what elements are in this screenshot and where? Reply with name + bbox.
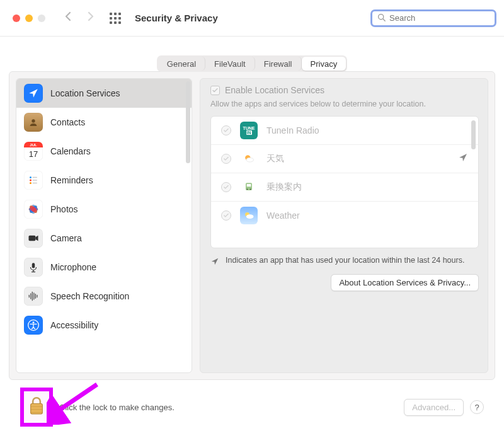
window-titlebar: Security & Privacy — [0, 0, 504, 37]
sidebar-item-label: Microphone — [50, 262, 96, 272]
sidebar-item-contacts[interactable]: Contacts — [16, 108, 192, 137]
app-name: 乗換案内 — [266, 181, 302, 193]
camera-icon — [24, 229, 43, 248]
sidebar-item-speech-recognition[interactable]: Speech Recognition — [16, 282, 192, 311]
forward-button[interactable] — [87, 11, 94, 25]
sidebar-item-microphone[interactable]: Microphone — [16, 253, 192, 282]
app-name: 天気 — [266, 153, 284, 164]
svg-point-28 — [33, 321, 35, 323]
svg-rect-32 — [247, 184, 251, 187]
svg-line-1 — [383, 18, 385, 20]
app-row[interactable]: TUNEIN TuneIn Radio — [211, 117, 478, 145]
svg-rect-17 — [29, 236, 36, 241]
location-icon — [24, 84, 43, 103]
svg-point-30 — [246, 158, 254, 162]
enable-location-checkbox[interactable] — [210, 86, 220, 95]
svg-point-33 — [247, 188, 248, 190]
window-title: Security & Privacy — [135, 13, 218, 23]
yahoo-weather-icon — [240, 150, 258, 168]
indicator-description: Indicates an app that has used your loca… — [210, 256, 479, 268]
svg-rect-8 — [33, 183, 38, 184]
tab-bar: General FileVault Firewall Privacy — [157, 55, 347, 72]
close-button[interactable] — [13, 14, 20, 22]
svg-point-3 — [30, 176, 32, 178]
app-row[interactable]: 乗換案内 — [211, 173, 478, 202]
app-name: Weather — [266, 210, 300, 221]
app-row[interactable]: Weather — [211, 202, 478, 229]
svg-point-2 — [32, 119, 35, 122]
sidebar-item-label: Location Services — [50, 88, 120, 98]
svg-rect-4 — [33, 177, 38, 178]
accessibility-icon — [24, 316, 43, 335]
svg-rect-18 — [32, 263, 35, 268]
content-panel: Location Services Contacts JUL 17 Calend… — [9, 71, 495, 380]
minimize-button[interactable] — [25, 14, 33, 22]
calendar-day: 17 — [24, 147, 43, 161]
tab-firewall[interactable]: Firewall — [255, 57, 302, 71]
tab-privacy[interactable]: Privacy — [302, 57, 346, 71]
app-checkbox[interactable] — [221, 210, 231, 221]
nav-buttons — [64, 11, 94, 25]
sidebar-item-label: Calendars — [50, 146, 91, 156]
app-name: TuneIn Radio — [266, 125, 319, 135]
sidebar-item-label: Accessibility — [50, 320, 98, 330]
app-checkbox[interactable] — [221, 154, 231, 164]
indicator-text: Indicates an app that has used your loca… — [226, 256, 464, 265]
sidebar-item-camera[interactable]: Camera — [16, 224, 192, 253]
tab-label: Firewall — [264, 59, 292, 69]
sidebar-item-reminders[interactable]: Reminders — [16, 166, 192, 195]
maximize-button[interactable] — [38, 14, 45, 22]
reminders-icon — [24, 171, 43, 190]
sidebar-item-calendars[interactable]: JUL 17 Calendars — [16, 137, 192, 166]
contacts-icon — [24, 113, 43, 132]
svg-rect-6 — [33, 180, 38, 181]
search-field[interactable] — [370, 9, 496, 27]
sidebar-item-label: Speech Recognition — [50, 291, 129, 301]
privacy-category-list: Location Services Contacts JUL 17 Calend… — [16, 78, 192, 373]
lock-icon[interactable] — [28, 395, 45, 419]
about-location-button[interactable]: About Location Services & Privacy... — [331, 274, 479, 291]
sidebar-item-label: Camera — [50, 233, 82, 243]
svg-point-36 — [246, 214, 254, 219]
sidebar-item-label: Contacts — [50, 117, 85, 127]
tab-label: FileVault — [214, 59, 246, 69]
microphone-icon — [24, 258, 43, 277]
show-all-button[interactable] — [110, 13, 121, 24]
sidebar-item-photos[interactable]: Photos — [16, 195, 192, 224]
calendar-month: JUL — [24, 142, 43, 147]
sidebar-item-label: Reminders — [50, 175, 93, 185]
scrollbar[interactable] — [186, 81, 190, 163]
app-row[interactable]: 天気 — [211, 145, 478, 173]
sidebar-item-location-services[interactable]: Location Services — [16, 79, 192, 108]
lock-hint-text: Click the lock to make changes. — [59, 403, 175, 412]
search-icon — [377, 13, 386, 24]
svg-point-34 — [250, 188, 251, 190]
tab-general[interactable]: General — [158, 57, 205, 71]
tab-label: Privacy — [311, 59, 338, 69]
search-input[interactable] — [389, 13, 490, 23]
svg-point-7 — [30, 182, 32, 184]
svg-point-5 — [30, 180, 32, 181]
transit-icon — [240, 178, 258, 196]
scrollbar[interactable] — [471, 120, 476, 149]
tab-filevault[interactable]: FileVault — [205, 57, 255, 71]
traffic-lights — [13, 14, 45, 22]
calendar-icon: JUL 17 — [24, 142, 43, 161]
photos-icon — [24, 200, 43, 219]
location-services-panel: Enable Location Services Allow the apps … — [200, 78, 488, 373]
annotation-highlight — [20, 388, 53, 427]
location-arrow-icon — [210, 256, 219, 268]
enable-location-label: Enable Location Services — [225, 85, 324, 95]
help-button[interactable]: ? — [470, 400, 484, 414]
location-description: Allow the apps and services below to det… — [210, 99, 479, 110]
app-list: TUNEIN TuneIn Radio 天気 乗換 — [210, 116, 479, 248]
advanced-button[interactable]: Advanced... — [404, 399, 464, 416]
weather-icon — [240, 207, 258, 224]
speech-icon — [24, 287, 43, 306]
app-checkbox[interactable] — [221, 125, 231, 135]
sidebar-item-accessibility[interactable]: Accessibility — [16, 311, 192, 340]
app-checkbox[interactable] — [221, 182, 231, 192]
sidebar-item-label: Photos — [50, 204, 78, 214]
location-recent-icon — [458, 152, 468, 165]
back-button[interactable] — [64, 11, 72, 25]
